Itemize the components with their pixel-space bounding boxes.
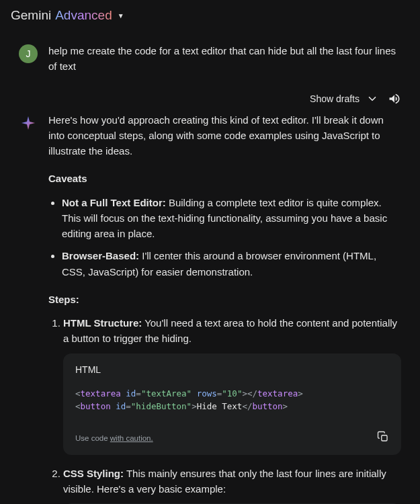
model-selector[interactable]: Gemini Advanced ▼: [11, 8, 124, 23]
text-to-speech-button[interactable]: [388, 92, 401, 106]
caution-text: Use code with caution.: [75, 433, 153, 445]
show-drafts-button[interactable]: Show drafts: [310, 93, 378, 105]
code-footer: Use code with caution.: [63, 424, 401, 455]
show-drafts-label: Show drafts: [310, 93, 360, 104]
step-label: CSS Styling:: [63, 468, 124, 479]
assistant-area: Here's how you'd approach creating this …: [0, 112, 420, 505]
list-item: CSS Styling: This mainly ensures that on…: [63, 466, 401, 505]
brand-advanced-label: Advanced: [55, 8, 112, 23]
assistant-message: Here's how you'd approach creating this …: [19, 112, 401, 505]
assistant-body: Here's how you'd approach creating this …: [48, 112, 401, 505]
brand-gemini-label: Gemini: [11, 8, 51, 23]
list-item: Not a Full Text Editor: Building a compl…: [62, 195, 401, 242]
caveats-heading: Caveats: [48, 171, 401, 186]
caret-down-icon: ▼: [118, 12, 124, 19]
copy-code-button[interactable]: [377, 431, 389, 447]
gemini-spark-icon: [19, 114, 38, 132]
steps-list: HTML Structure: You'll need a text area …: [48, 315, 401, 504]
svg-rect-0: [382, 435, 387, 440]
volume-icon: [388, 92, 401, 106]
user-prompt-text: help me create the code for a text edito…: [48, 43, 401, 75]
copy-icon: [377, 431, 389, 443]
steps-heading: Steps:: [48, 292, 401, 307]
conversation: J help me create the code for a text edi…: [0, 31, 420, 75]
app-header: Gemini Advanced ▼: [0, 0, 420, 31]
caveat-label: Browser-Based:: [62, 250, 139, 261]
list-item: HTML Structure: You'll need a text area …: [63, 315, 401, 455]
user-message: J help me create the code for a text edi…: [19, 43, 401, 75]
code-content: <textarea id="textArea" rows="10"></text…: [63, 381, 401, 424]
list-item: Browser-Based: I'll center this around a…: [62, 248, 401, 280]
step-label: HTML Structure:: [63, 317, 142, 329]
code-lang-label: HTML: [63, 353, 401, 382]
caveats-list: Not a Full Text Editor: Building a compl…: [48, 195, 401, 280]
intro-paragraph: Here's how you'd approach creating this …: [48, 112, 401, 159]
user-avatar: J: [19, 44, 38, 63]
caveat-label: Not a Full Text Editor:: [62, 197, 166, 208]
chevron-down-icon: [366, 93, 378, 105]
caution-link[interactable]: with caution.: [110, 434, 153, 442]
code-block-html: HTML <textarea id="textArea" rows="10"><…: [63, 353, 401, 455]
response-actions: Show drafts: [0, 88, 420, 112]
